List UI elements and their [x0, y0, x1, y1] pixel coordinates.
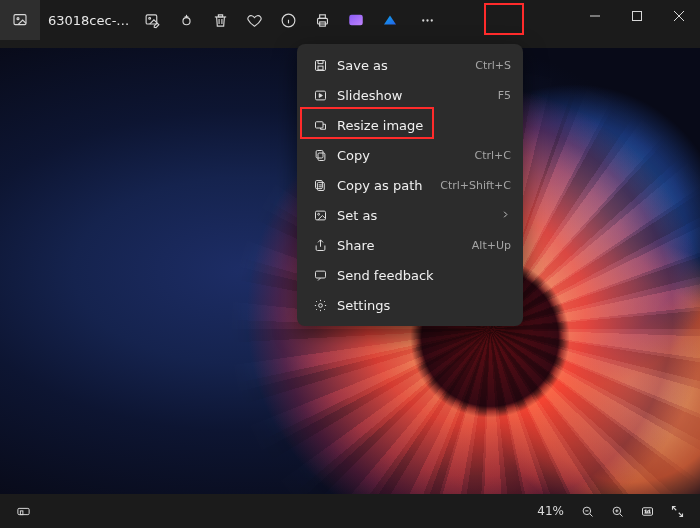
info-button[interactable] [271, 3, 305, 37]
svg-point-4 [182, 17, 189, 24]
menu-item-resize-image[interactable]: Resize image [297, 110, 523, 140]
svg-rect-16 [633, 12, 642, 21]
favorite-button[interactable] [237, 3, 271, 37]
clipchamp-button[interactable] [339, 3, 373, 37]
menu-item-copy[interactable]: Copy Ctrl+C [297, 140, 523, 170]
menu-shortcut: F5 [498, 89, 511, 102]
menu-label: Settings [331, 298, 511, 313]
filmstrip-toggle-button[interactable] [8, 497, 38, 525]
copy-icon [309, 148, 331, 163]
svg-line-34 [590, 514, 593, 517]
zoom-out-button[interactable] [572, 497, 602, 525]
svg-rect-31 [17, 508, 28, 514]
save-icon [309, 58, 331, 73]
menu-item-slideshow[interactable]: Slideshow F5 [297, 80, 523, 110]
menu-item-settings[interactable]: Settings [297, 290, 523, 320]
window-minimize-button[interactable] [574, 0, 616, 32]
settings-icon [309, 298, 331, 313]
svg-rect-8 [317, 18, 327, 24]
menu-shortcut: Ctrl+Shift+C [440, 179, 511, 192]
slideshow-icon [309, 88, 331, 103]
set-as-icon [309, 208, 331, 223]
menu-item-send-feedback[interactable]: Send feedback [297, 260, 523, 290]
svg-point-28 [317, 213, 319, 215]
menu-item-share[interactable]: Share Alt+Up [297, 230, 523, 260]
fullscreen-button[interactable] [662, 497, 692, 525]
rotate-button[interactable] [169, 3, 203, 37]
menu-label: Resize image [331, 118, 511, 133]
delete-button[interactable] [203, 3, 237, 37]
menu-label: Copy as path [331, 178, 440, 193]
share-icon [309, 238, 331, 253]
menu-shortcut: Alt+Up [472, 239, 511, 252]
title-bar: 63018cec-4cf2- [0, 0, 700, 40]
menu-label: Slideshow [331, 88, 498, 103]
svg-point-13 [426, 19, 428, 21]
menu-shortcut: Ctrl+S [475, 59, 511, 72]
menu-item-copy-as-path[interactable]: Copy as path Ctrl+Shift+C [297, 170, 523, 200]
svg-text:1:1: 1:1 [644, 509, 651, 514]
svg-rect-23 [318, 153, 325, 161]
svg-rect-29 [315, 271, 325, 278]
svg-rect-24 [316, 150, 323, 158]
menu-label: Share [331, 238, 472, 253]
menu-label: Copy [331, 148, 475, 163]
menu-label: Set as [331, 208, 500, 223]
window-controls [574, 0, 700, 32]
svg-rect-9 [319, 14, 325, 18]
svg-rect-20 [318, 66, 323, 70]
svg-rect-11 [349, 15, 363, 26]
menu-label: Save as [331, 58, 475, 73]
svg-rect-22 [315, 121, 323, 127]
actual-size-button[interactable]: 1:1 [632, 497, 662, 525]
menu-item-set-as[interactable]: Set as [297, 200, 523, 230]
feedback-icon [309, 268, 331, 283]
menu-item-save-as[interactable]: Save as Ctrl+S [297, 50, 523, 80]
svg-rect-32 [20, 510, 23, 514]
svg-rect-27 [315, 211, 325, 220]
app-icon [0, 0, 40, 40]
window-maximize-button[interactable] [616, 0, 658, 32]
status-bar: 41% 1:1 [0, 494, 700, 528]
toolbar [135, 3, 447, 37]
resize-icon [309, 118, 331, 133]
print-button[interactable] [305, 3, 339, 37]
more-menu: Save as Ctrl+S Slideshow F5 Resize image… [297, 44, 523, 326]
svg-point-30 [318, 303, 322, 307]
svg-point-14 [430, 19, 432, 21]
zoom-percentage: 41% [529, 504, 572, 518]
svg-line-37 [620, 514, 623, 517]
edit-image-button[interactable] [135, 3, 169, 37]
designer-button[interactable] [373, 3, 407, 37]
svg-rect-19 [315, 60, 325, 70]
copy-path-icon [309, 178, 331, 193]
chevron-right-icon [500, 208, 511, 223]
svg-point-3 [148, 17, 150, 19]
menu-label: Send feedback [331, 268, 511, 283]
window-close-button[interactable] [658, 0, 700, 32]
svg-point-1 [17, 18, 19, 20]
window-title: 63018cec-4cf2- [40, 13, 135, 28]
menu-shortcut: Ctrl+C [475, 149, 511, 162]
zoom-in-button[interactable] [602, 497, 632, 525]
more-button[interactable] [407, 3, 447, 37]
svg-point-12 [422, 19, 424, 21]
